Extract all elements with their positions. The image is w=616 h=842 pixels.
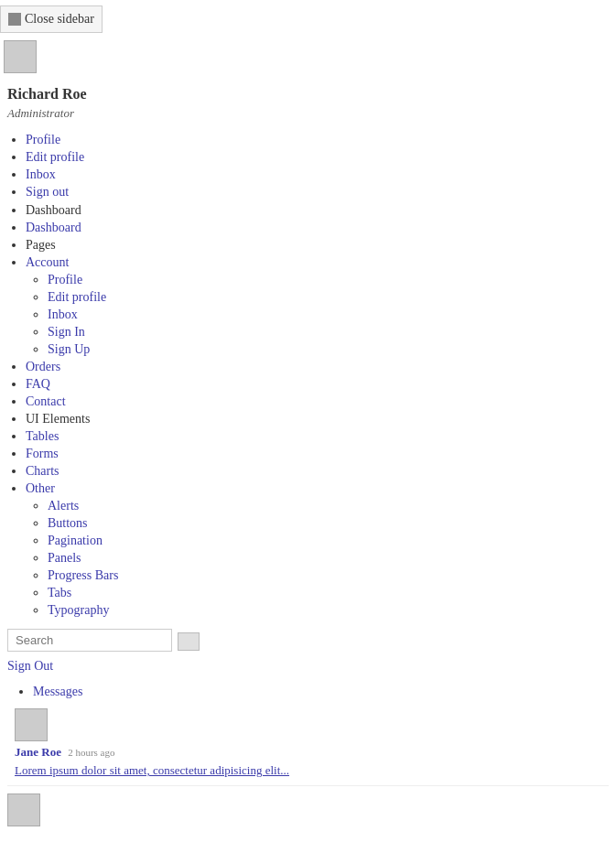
tables-link[interactable]: Tables xyxy=(26,429,59,443)
message-sender: Jane Roe xyxy=(15,745,61,759)
nav-orders-item[interactable]: Orders xyxy=(26,360,616,374)
message-avatar xyxy=(15,708,48,741)
close-sidebar-icon xyxy=(8,13,21,26)
search-container xyxy=(0,621,616,655)
account-edit-profile-link[interactable]: Edit profile xyxy=(48,290,106,304)
account-signin-link[interactable]: Sign In xyxy=(48,325,85,339)
messages-header-item[interactable]: Messages xyxy=(33,685,609,699)
messages-link[interactable]: Messages xyxy=(33,685,82,698)
message-item: Jane Roe 2 hours ago Lorem ipsum dolor s… xyxy=(7,705,609,786)
account-link[interactable]: Account xyxy=(26,255,69,269)
alerts-link[interactable]: Alerts xyxy=(48,499,79,513)
user-menu: Profile Edit profile Inbox Sign out xyxy=(0,133,616,200)
message-time: 2 hours ago xyxy=(68,747,114,758)
avatar xyxy=(4,40,37,73)
nav-ui-elements-header: UI Elements xyxy=(26,412,616,426)
profile-link[interactable]: Profile xyxy=(26,133,60,146)
buttons-link[interactable]: Buttons xyxy=(48,516,88,530)
account-profile-link[interactable]: Profile xyxy=(48,273,82,286)
account-sub-inbox[interactable]: Inbox xyxy=(48,308,616,322)
dashboard-link[interactable]: Dashboard xyxy=(26,221,81,234)
nav-other-item[interactable]: Other Alerts Buttons Pagination Panels P… xyxy=(26,481,616,618)
other-sub-panels[interactable]: Panels xyxy=(48,551,616,566)
nav-forms-item[interactable]: Forms xyxy=(26,447,616,461)
other-sub-pagination[interactable]: Pagination xyxy=(48,534,616,548)
user-menu-item-signout[interactable]: Sign out xyxy=(26,185,616,200)
account-sub-signin[interactable]: Sign In xyxy=(48,325,616,340)
close-sidebar-button[interactable]: Close sidebar xyxy=(0,5,103,33)
nav-tables-item[interactable]: Tables xyxy=(26,429,616,444)
contact-link[interactable]: Contact xyxy=(26,394,66,408)
inbox-link[interactable]: Inbox xyxy=(26,167,56,181)
messages-section: Messages Jane Roe 2 hours ago Lorem ipsu… xyxy=(0,681,616,834)
other-link[interactable]: Other xyxy=(26,481,55,495)
nav-dashboard-link-item[interactable]: Dashboard xyxy=(26,221,616,235)
user-menu-item-inbox[interactable]: Inbox xyxy=(26,167,616,182)
global-signout-link[interactable]: Sign Out xyxy=(0,655,616,681)
nav-dashboard-header: Dashboard xyxy=(26,203,616,218)
user-name: Richard Roe xyxy=(0,84,616,104)
tabs-link[interactable]: Tabs xyxy=(48,586,71,599)
messages-header-list: Messages xyxy=(7,685,609,699)
forms-link[interactable]: Forms xyxy=(26,447,59,460)
nav-faq-item[interactable]: FAQ xyxy=(26,377,616,392)
panels-link[interactable]: Panels xyxy=(48,551,81,565)
pagination-link[interactable]: Pagination xyxy=(48,534,103,547)
other-sub-buttons[interactable]: Buttons xyxy=(48,516,616,531)
main-nav: Dashboard Dashboard Pages Account Profil… xyxy=(0,203,616,618)
user-menu-item-edit-profile[interactable]: Edit profile xyxy=(26,150,616,165)
faq-link[interactable]: FAQ xyxy=(26,377,50,391)
nav-account-item[interactable]: Account Profile Edit profile Inbox Sign … xyxy=(26,255,616,357)
charts-link[interactable]: Charts xyxy=(26,464,59,478)
other-sub-alerts[interactable]: Alerts xyxy=(48,499,616,513)
edit-profile-link[interactable]: Edit profile xyxy=(26,150,84,164)
account-inbox-link[interactable]: Inbox xyxy=(48,308,78,321)
orders-link[interactable]: Orders xyxy=(26,360,60,373)
search-button[interactable] xyxy=(178,632,200,651)
nav-charts-item[interactable]: Charts xyxy=(26,464,616,479)
account-signup-link[interactable]: Sign Up xyxy=(48,342,90,356)
message-avatar-2 xyxy=(7,793,40,826)
account-sub-edit-profile[interactable]: Edit profile xyxy=(48,290,616,305)
nav-pages-header: Pages xyxy=(26,238,616,253)
other-sub-typography[interactable]: Typography xyxy=(48,603,616,618)
other-submenu: Alerts Buttons Pagination Panels Progres… xyxy=(26,499,616,618)
nav-contact-item[interactable]: Contact xyxy=(26,394,616,409)
sign-out-link[interactable]: Sign out xyxy=(26,185,69,199)
other-sub-progress-bars[interactable]: Progress Bars xyxy=(48,568,616,583)
user-menu-item-profile[interactable]: Profile xyxy=(26,133,616,147)
message-meta: Jane Roe 2 hours ago xyxy=(15,745,601,760)
close-sidebar-label: Close sidebar xyxy=(25,12,94,27)
user-role: Administrator xyxy=(0,104,616,130)
account-sub-profile[interactable]: Profile xyxy=(48,273,616,287)
message-text[interactable]: Lorem ipsum dolor sit amet, consectetur … xyxy=(15,763,601,778)
other-sub-tabs[interactable]: Tabs xyxy=(48,586,616,600)
typography-link[interactable]: Typography xyxy=(48,603,109,617)
account-submenu: Profile Edit profile Inbox Sign In Sign … xyxy=(26,273,616,357)
search-input[interactable] xyxy=(7,629,172,652)
progress-bars-link[interactable]: Progress Bars xyxy=(48,568,118,582)
account-sub-signup[interactable]: Sign Up xyxy=(48,342,616,357)
